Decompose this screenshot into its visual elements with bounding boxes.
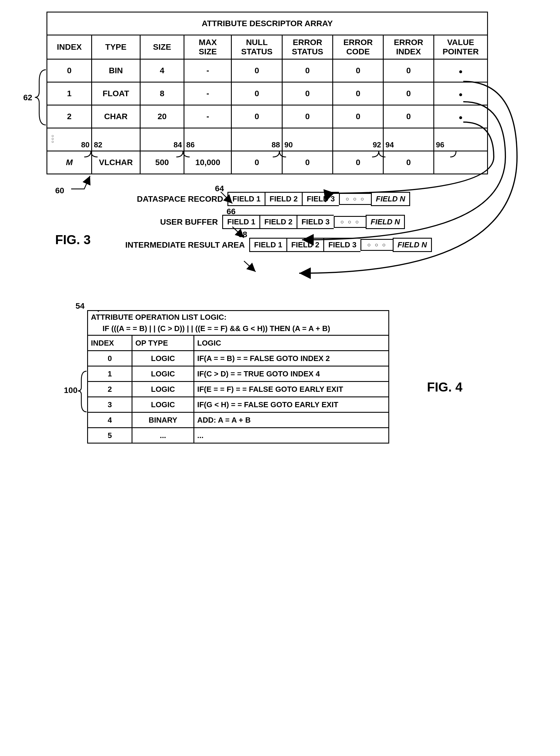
user-buffer-row: 66 USER BUFFER FIELD 1 FIELD 2 FIELD 3 ○… xyxy=(151,215,535,229)
field-n: FIELD N xyxy=(371,192,410,206)
col-valuepointer: VALUE POINTER xyxy=(434,35,487,59)
colref-92: 92 xyxy=(373,140,381,149)
ada-header-row: INDEX TYPE SIZE MAX SIZE NULL STATUS ERR… xyxy=(47,35,488,59)
vertical-ellipsis-icon: ○○○ xyxy=(52,134,54,143)
pointer-cell-0 xyxy=(434,59,487,82)
ada-row-1: 1 FLOAT 8 - 0 0 0 0 xyxy=(47,82,488,105)
col-errorcode: ERROR CODE xyxy=(333,35,383,59)
figure-3: ATTRIBUTE DESCRIPTOR ARRAY INDEX TYPE SI… xyxy=(12,12,535,252)
fig3-label: FIG. 3 xyxy=(55,233,91,247)
aol-header: ATTRIBUTE OPERATION LIST LOGIC: IF (((A … xyxy=(88,311,389,335)
attribute-descriptor-array-table: ATTRIBUTE DESCRIPTOR ARRAY INDEX TYPE SI… xyxy=(46,12,488,174)
field-1: FIELD 1 xyxy=(227,192,265,206)
field-3: FIELD 3 xyxy=(302,192,339,206)
ref-64: 64 xyxy=(215,184,224,193)
col-index: INDEX xyxy=(47,35,92,59)
aol-header-line1: ATTRIBUTE OPERATION LIST LOGIC: xyxy=(91,313,385,322)
colref-94: 94 xyxy=(385,140,394,149)
colref-96: 96 xyxy=(436,140,444,149)
colref-86: 86 xyxy=(186,140,195,149)
colref-80: 80 xyxy=(81,140,89,149)
aol-header-line2: IF (((A = = B) | | (C > D)) | | ((E = = … xyxy=(91,322,385,333)
col-size: SIZE xyxy=(140,35,184,59)
col-errorindex: ERROR INDEX xyxy=(383,35,434,59)
col-nullstatus: NULL STATUS xyxy=(232,35,282,59)
pointer-cell-1 xyxy=(434,82,487,105)
intermediate-result-row: 68 INTERMEDIATE RESULT AREA FIELD 1 FIEL… xyxy=(116,238,535,252)
ref-100: 100 xyxy=(64,386,78,395)
aol-row-2: 2 LOGIC IF(E = = F) = = FALSE GOTO EARLY… xyxy=(88,382,389,397)
colref-90: 90 xyxy=(284,140,293,149)
field-2: FIELD 2 xyxy=(259,215,297,229)
fig4-label: FIG. 4 xyxy=(427,380,462,394)
field-ellipsis: ○ ○ ○ xyxy=(334,216,366,228)
ref-66: 66 xyxy=(226,207,236,216)
ref-54: 54 xyxy=(76,302,84,311)
ada-ellipsis-row: ○○○ 80 82 84 86 88 90 92 94 96 xyxy=(47,128,488,151)
attribute-operation-list-table: ATTRIBUTE OPERATION LIST LOGIC: IF (((A … xyxy=(87,310,389,444)
aol-column-header: INDEX OP TYPE LOGIC xyxy=(88,335,389,351)
ada-row-m: M VLCHAR 500 10,000 0 0 0 0 xyxy=(47,151,488,174)
field-ellipsis: ○ ○ ○ xyxy=(360,239,393,251)
ref-68: 68 xyxy=(238,230,247,239)
aol-row-5: 5 ... ... xyxy=(88,428,389,443)
dataspace-record-label: DATASPACE RECORD xyxy=(137,194,223,204)
colref-82: 82 xyxy=(94,140,102,149)
field-1: FIELD 1 xyxy=(249,238,286,252)
pointer-cell-2 xyxy=(434,105,487,128)
figure-4: 54 ATTRIBUTE OPERATION LIST LOGIC: IF ((… xyxy=(12,310,535,444)
col-errorstatus: ERROR STATUS xyxy=(282,35,333,59)
ref-60: 60 xyxy=(55,186,64,195)
ada-title: ATTRIBUTE DESCRIPTOR ARRAY xyxy=(47,12,488,35)
col-type: TYPE xyxy=(92,35,140,59)
field-n: FIELD N xyxy=(366,215,405,229)
intermediate-result-label: INTERMEDIATE RESULT AREA xyxy=(125,240,245,250)
field-n: FIELD N xyxy=(393,238,432,252)
aol-row-3: 3 LOGIC IF(G < H) = = FALSE GOTO EARLY E… xyxy=(88,397,389,412)
aol-row-1: 1 LOGIC IF(C > D) = = TRUE GOTO INDEX 4 xyxy=(88,366,389,382)
colref-84: 84 xyxy=(174,140,182,149)
field-2: FIELD 2 xyxy=(265,192,302,206)
user-buffer-label: USER BUFFER xyxy=(160,217,218,227)
field-1: FIELD 1 xyxy=(222,215,259,229)
field-ellipsis: ○ ○ ○ xyxy=(339,193,371,205)
colref-88: 88 xyxy=(272,140,280,149)
field-2: FIELD 2 xyxy=(286,238,324,252)
ada-row-0: 0 BIN 4 - 0 0 0 0 xyxy=(47,59,488,82)
ref-62: 62 xyxy=(23,93,32,102)
aol-row-4: 4 BINARY ADD: A = A + B xyxy=(88,412,389,428)
field-3: FIELD 3 xyxy=(323,238,360,252)
field-3: FIELD 3 xyxy=(297,215,334,229)
dataspace-record-row: 64 DATASPACE RECORD FIELD 1 FIELD 2 FIEL… xyxy=(128,192,535,206)
aol-row-0: 0 LOGIC IF(A = = B) = = FALSE GOTO INDEX… xyxy=(88,351,389,366)
ada-row-2: 2 CHAR 20 - 0 0 0 0 xyxy=(47,105,488,128)
col-maxsize: MAX SIZE xyxy=(184,35,232,59)
